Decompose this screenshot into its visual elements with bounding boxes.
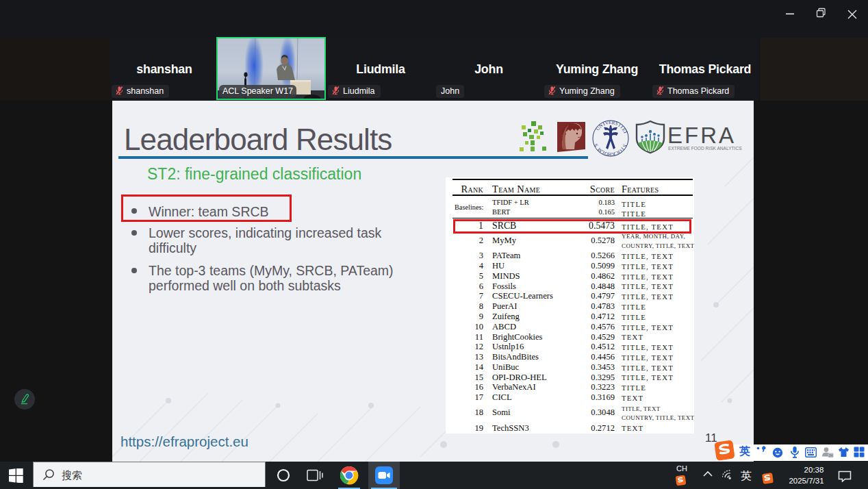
svg-text:EXTREME FOOD RISK ANALYTICS: EXTREME FOOD RISK ANALYTICS	[668, 146, 742, 151]
svg-text:EFRA: EFRA	[667, 123, 736, 148]
svg-text:34: 34	[828, 453, 832, 457]
